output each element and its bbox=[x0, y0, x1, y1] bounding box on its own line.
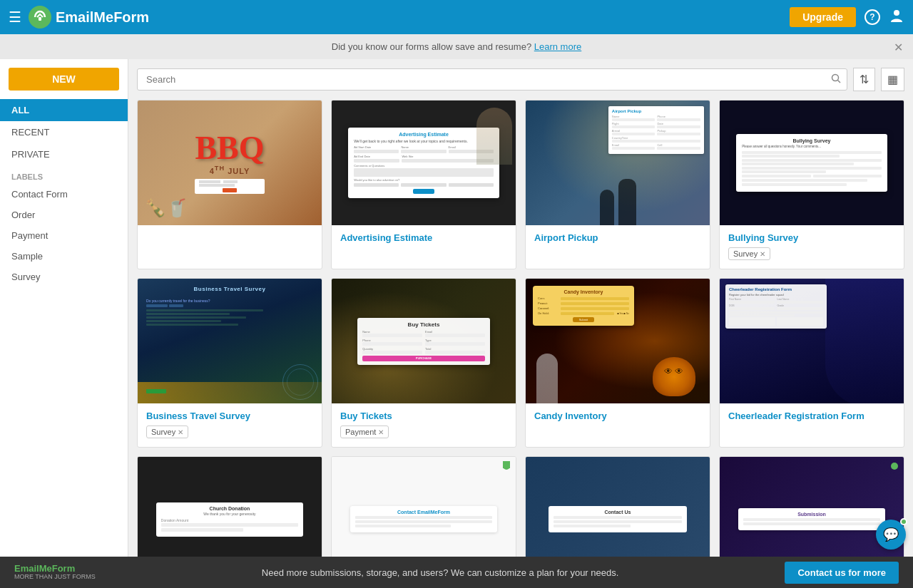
grid-view-button[interactable]: ▦ bbox=[881, 68, 904, 91]
tag-survey-bullying[interactable]: Survey ✕ bbox=[728, 247, 770, 260]
upgrade-button[interactable]: Upgrade bbox=[790, 7, 856, 27]
user-icon[interactable] bbox=[889, 8, 904, 27]
tag-survey-biz[interactable]: Survey ✕ bbox=[146, 425, 188, 438]
form-card-body-candy: Candy Inventory bbox=[526, 403, 710, 434]
card-title-bbq bbox=[146, 232, 313, 245]
filter-sort-button[interactable]: ⇅ bbox=[853, 68, 875, 91]
card-title-biz-travel: Business Travel Survey bbox=[146, 411, 313, 421]
form-card-candy[interactable]: 👁 👁 Candy Inventory Corn: Peanut: Carame… bbox=[525, 278, 710, 448]
svg-rect-0 bbox=[39, 17, 41, 21]
search-input[interactable] bbox=[143, 69, 831, 90]
form-card-thumb-buy-tickets: Buy Tickets Name Email Phone Type Quanti… bbox=[332, 279, 516, 403]
labels-section-header: LABELS bbox=[0, 165, 128, 184]
content-area: ⇅ ▦ BBQ 4TH JULY bbox=[128, 59, 913, 587]
form-card-airport[interactable]: Airport Pickup Name Phone Flight Date Ar… bbox=[525, 100, 710, 269]
card-title-candy: Candy Inventory bbox=[534, 411, 701, 421]
tag-payment-tickets[interactable]: Payment ✕ bbox=[340, 425, 389, 438]
form-card-body-bbq bbox=[138, 225, 322, 258]
form-card-body-buy-tickets: Buy Tickets Payment ✕ bbox=[332, 403, 516, 447]
card-title-buy-tickets: Buy Tickets bbox=[340, 411, 507, 421]
sidebar: NEW ALL RECENT PRIVATE LABELS Contact Fo… bbox=[0, 59, 128, 587]
logo[interactable]: EmailMeForm bbox=[29, 6, 149, 29]
banner-close-icon[interactable]: ✕ bbox=[894, 40, 903, 53]
form-card-cheer[interactable]: Cheerleader Registration Form Register y… bbox=[719, 278, 904, 448]
header-left: ☰ EmailMeForm bbox=[9, 6, 149, 29]
sidebar-item-recent[interactable]: RECENT bbox=[0, 121, 128, 143]
form-card-thumb-advertising: Advertising Estimate We'll get back to y… bbox=[332, 100, 516, 225]
logo-text: EmailMeForm bbox=[56, 9, 149, 26]
main-layout: NEW ALL RECENT PRIVATE LABELS Contact Fo… bbox=[0, 59, 913, 587]
card-title-advertising: Advertising Estimate bbox=[340, 232, 507, 243]
bottom-bar: EmailMeForm MORE THAN JUST FORMS Need mo… bbox=[0, 557, 913, 587]
card-title-airport: Airport Pickup bbox=[534, 232, 701, 243]
online-indicator bbox=[503, 463, 510, 470]
chat-button[interactable]: 💬 bbox=[876, 520, 906, 550]
banner-text: Did you know our forms allow save and re… bbox=[332, 41, 531, 52]
sidebar-label-payment[interactable]: Payment bbox=[0, 225, 128, 246]
card-tags-buy-tickets: Payment ✕ bbox=[340, 425, 507, 438]
search-icon[interactable] bbox=[831, 73, 841, 86]
tag-close-icon[interactable]: ✕ bbox=[760, 250, 765, 258]
card-tags-bullying: Survey ✕ bbox=[728, 247, 895, 260]
bottom-bar-logo-name: EmailMeForm bbox=[14, 564, 96, 574]
search-bar: ⇅ ▦ bbox=[137, 68, 904, 91]
form-card-thumb-bullying: Bullying Survey Please answer all questi… bbox=[720, 100, 904, 225]
form-card-body-cheer: Cheerleader Registration Form bbox=[720, 403, 904, 434]
card-title-bullying: Bullying Survey bbox=[728, 232, 895, 243]
svg-line-3 bbox=[838, 81, 841, 83]
help-icon[interactable]: ? bbox=[864, 9, 880, 25]
sidebar-item-all[interactable]: ALL bbox=[0, 99, 128, 121]
search-input-wrap bbox=[137, 68, 847, 91]
card-tags-biz-travel: Survey ✕ bbox=[146, 425, 313, 438]
bottom-bar-logo-tagline: MORE THAN JUST FORMS bbox=[14, 574, 96, 581]
header: ☰ EmailMeForm Upgrade ? bbox=[0, 0, 913, 34]
form-card-bullying[interactable]: Bullying Survey Please answer all questi… bbox=[719, 100, 904, 269]
form-card-body-airport: Airport Pickup bbox=[526, 225, 710, 256]
chat-dot-indicator bbox=[900, 518, 907, 525]
bottom-bar-message: Need more submissions, storage, and user… bbox=[262, 567, 619, 578]
sidebar-label-order[interactable]: Order bbox=[0, 205, 128, 225]
forms-grid: BBQ 4TH JULY 🍾🥤 bbox=[137, 100, 904, 587]
form-card-body-biz-travel: Business Travel Survey Survey ✕ bbox=[138, 403, 322, 447]
svg-point-2 bbox=[832, 75, 839, 81]
form-card-thumb-airport: Airport Pickup Name Phone Flight Date Ar… bbox=[526, 100, 710, 225]
menu-icon[interactable]: ☰ bbox=[9, 9, 21, 26]
form-card-biz-travel[interactable]: Business Travel Survey Do you currently … bbox=[137, 278, 322, 448]
new-button[interactable]: NEW bbox=[9, 68, 119, 91]
form-card-thumb-candy: 👁 👁 Candy Inventory Corn: Peanut: Carame… bbox=[526, 279, 710, 403]
form-card-body-bullying: Bullying Survey Survey ✕ bbox=[720, 225, 904, 269]
chat-icon: 💬 bbox=[883, 527, 899, 542]
logo-icon bbox=[29, 6, 51, 29]
contact-more-button[interactable]: Contact us for more bbox=[785, 562, 899, 584]
tag-close-icon-biz[interactable]: ✕ bbox=[178, 428, 183, 436]
tag-close-icon-tickets[interactable]: ✕ bbox=[378, 428, 384, 436]
sidebar-label-contact-form[interactable]: Contact Form bbox=[0, 184, 128, 205]
form-card-thumb-bbq: BBQ 4TH JULY 🍾🥤 bbox=[138, 100, 322, 225]
svg-point-1 bbox=[894, 10, 899, 16]
notification-banner: Did you know our forms allow save and re… bbox=[0, 34, 913, 59]
bottom-bar-logo: EmailMeForm MORE THAN JUST FORMS bbox=[14, 564, 96, 581]
card-title-cheer: Cheerleader Registration Form bbox=[728, 411, 895, 421]
learn-more-link[interactable]: Learn more bbox=[534, 41, 581, 52]
form-card-body-advertising: Advertising Estimate bbox=[332, 225, 516, 256]
form-card-bbq[interactable]: BBQ 4TH JULY 🍾🥤 bbox=[137, 100, 322, 269]
form-card-buy-tickets[interactable]: Buy Tickets Name Email Phone Type Quanti… bbox=[331, 278, 516, 448]
sidebar-label-survey[interactable]: Survey bbox=[0, 267, 128, 287]
header-right: Upgrade ? bbox=[790, 7, 904, 27]
sidebar-nav: ALL RECENT PRIVATE bbox=[0, 99, 128, 165]
form-card-thumb-biz-travel: Business Travel Survey Do you currently … bbox=[138, 279, 322, 403]
form-card-thumb-cheer: Cheerleader Registration Form Register y… bbox=[720, 279, 904, 403]
sidebar-item-private[interactable]: PRIVATE bbox=[0, 143, 128, 165]
sidebar-label-sample[interactable]: Sample bbox=[0, 246, 128, 267]
form-card-advertising[interactable]: Advertising Estimate We'll get back to y… bbox=[331, 100, 516, 269]
